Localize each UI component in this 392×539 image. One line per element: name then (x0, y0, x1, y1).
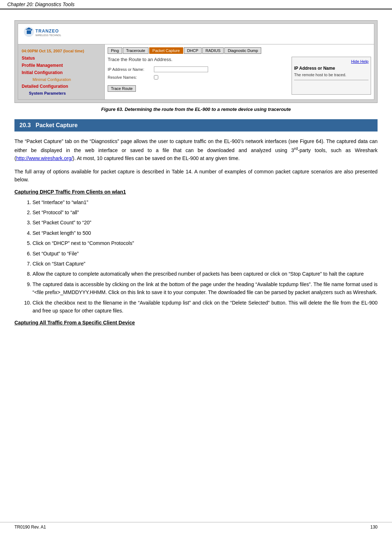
tranzeo-logo: TRANZEO WIRELESS TECHNOLOGIES INC. (22, 26, 61, 42)
sidebar-item-profile[interactable]: Profile Management (18, 62, 104, 69)
tab-packet-capture[interactable]: Packet Capture (149, 47, 183, 54)
page-footer: TR0190 Rev. A1 130 (0, 522, 392, 532)
content-area: Trace the Route to an Address. IP Addres… (108, 57, 371, 95)
tab-ping[interactable]: Ping (108, 47, 122, 54)
list-item: Set “Protocol” to “all” (33, 208, 378, 216)
resolve-checkbox[interactable] (154, 75, 158, 79)
list-item: Set “Packet Count” to “20” (33, 219, 378, 227)
sidebar-item-minimal[interactable]: Minimal Configuration (18, 76, 104, 83)
ip-input[interactable] (154, 66, 208, 72)
list-item: Set “Interface” to “wlan1” (33, 198, 378, 206)
ip-form-row: IP Address or Name: (108, 66, 288, 72)
figure-inner: TRANZEO WIRELESS TECHNOLOGIES INC. 04:00… (18, 23, 374, 100)
subsection-title-2: Capturing All Traffic From a Specific Cl… (14, 320, 378, 325)
sidebar-item-system[interactable]: System Parameters (18, 90, 104, 96)
help-text: The remote host to be traced. (294, 72, 369, 78)
ui-header: TRANZEO WIRELESS TECHNOLOGIES INC. (18, 24, 374, 44)
tab-bar: Ping Traceroute Packet Capture DHCP RADI… (108, 47, 371, 54)
trace-btn-row: Trace Route (108, 82, 288, 92)
section-header: 20.3 Packet Capture (14, 119, 378, 131)
help-divider (294, 80, 369, 80)
figure-container: TRANZEO WIRELESS TECHNOLOGIES INC. 04:00… (14, 20, 378, 103)
list-item: Allow the capture to complete automatica… (33, 270, 378, 278)
main-content: Ping Traceroute Packet Capture DHCP RADI… (105, 44, 374, 99)
tab-radius[interactable]: RADIUS (202, 47, 224, 54)
tab-traceroute[interactable]: Traceroute (123, 47, 148, 54)
trace-route-button[interactable]: Trace Route (108, 85, 136, 92)
sidebar-time: 04:00PM Oct 15, 2007 (local time) (18, 47, 104, 55)
svg-text:TRANZEO: TRANZEO (35, 29, 59, 34)
steps-list-1: Set “Interface” to “wlan1” Set “Protocol… (33, 198, 378, 315)
svg-text:WIRELESS  TECHNOLOGIES INC.: WIRELESS TECHNOLOGIES INC. (35, 34, 61, 36)
sidebar-item-detailed[interactable]: Detailed Configuration (18, 83, 104, 90)
subsection-title-1: Capturing DHCP Traffic From Clients on w… (14, 189, 378, 195)
page-header: Chapter 20: Diagnostics Tools (0, 0, 392, 9)
list-item: Click on “DHCP” next to “Common Protocol… (33, 239, 378, 247)
tranzeo-logo-svg: TRANZEO WIRELESS TECHNOLOGIES INC. (22, 26, 61, 42)
figure-caption: Figure 63. Determining the route from th… (14, 107, 378, 112)
resolve-label: Resolve Names: (108, 75, 151, 79)
device-ui: TRANZEO WIRELESS TECHNOLOGIES INC. 04:00… (18, 24, 374, 99)
ui-body: 04:00PM Oct 15, 2007 (local time) Status… (18, 44, 374, 99)
hide-help-link[interactable]: Hide Help (294, 59, 369, 64)
help-title: IP Address or Name (294, 66, 369, 71)
list-item: The captured data is accessible by click… (33, 280, 378, 297)
footer-left: TR0190 Rev. A1 (14, 525, 46, 530)
resolve-form-row: Resolve Names: (108, 75, 288, 79)
footer-right: 130 (370, 525, 378, 530)
body-paragraph-2: The full array of options available for … (14, 168, 378, 184)
list-item: Set “Packet length” to 500 (33, 229, 378, 237)
form-section: Trace the Route to an Address. IP Addres… (108, 57, 288, 95)
body-paragraph-1: The “Packet Capture” tab on the “Diagnos… (14, 137, 378, 163)
section-number: 20.3 (20, 122, 31, 128)
sidebar-item-initial[interactable]: Initial Configuration (18, 69, 104, 76)
tab-dhcp[interactable]: DHCP (184, 47, 202, 54)
list-item: Set “Output” to “File” (33, 250, 378, 258)
left-sidebar: 04:00PM Oct 15, 2007 (local time) Status… (18, 44, 105, 99)
wireshark-link[interactable]: http://www.wireshark.org/ (16, 155, 73, 161)
ip-label: IP Address or Name: (108, 67, 151, 72)
list-item: Click on “Start Capture” (33, 260, 378, 268)
chapter-title: Chapter 20: Diagnostics Tools (7, 1, 74, 7)
help-section: Hide Help IP Address or Name The remote … (292, 57, 371, 95)
sidebar-item-status[interactable]: Status (18, 55, 104, 62)
trace-title: Trace the Route to an Address. (108, 57, 288, 62)
tab-diagnostic-dump[interactable]: Diagnostic Dump (224, 47, 261, 54)
list-item: Click the checkbox next to the filename … (33, 299, 378, 315)
section-title: Packet Capture (35, 122, 78, 128)
